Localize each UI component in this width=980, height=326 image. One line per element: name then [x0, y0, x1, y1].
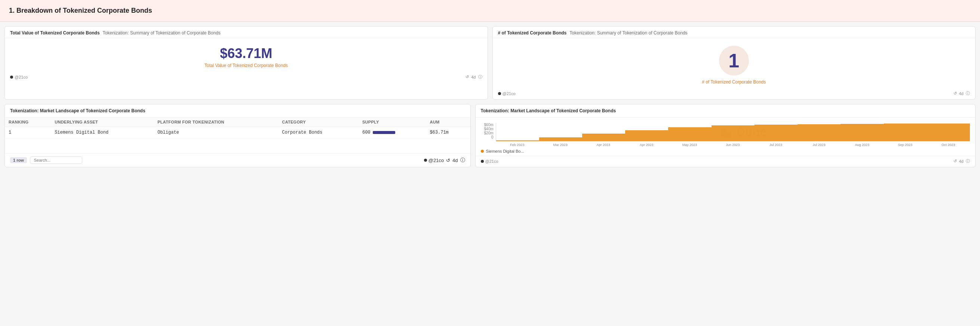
col-category: category: [278, 118, 359, 127]
x-label-6: Jul 2023: [754, 143, 797, 147]
table-footer: 1 row @21co ↺ 4d ⓘ: [5, 153, 470, 167]
count-refresh-icon[interactable]: ↺: [953, 91, 957, 96]
chart-info-icon[interactable]: ⓘ: [966, 158, 970, 164]
y-axis: $60m $40m $20m 0: [481, 123, 496, 147]
count-metric: 1: [729, 50, 739, 72]
col-ranking: Ranking: [5, 118, 51, 127]
chart-footer: @21co ↺ 4d ⓘ: [476, 156, 975, 167]
chart-footer-right: ↺ 4d ⓘ: [953, 158, 970, 164]
x-axis: Feb 2023Mar 2023Apr 2023Apr 2023May 2023…: [496, 143, 970, 147]
bar-col-6: [754, 123, 797, 141]
cell-ranking: 1: [5, 127, 51, 139]
y-label-0: 0: [481, 135, 493, 139]
count-card-title-normal: Tokenization: Summary of Tokenization of…: [570, 30, 687, 35]
chart-card: Tokenization: Market Landscape of Tokeni…: [475, 104, 975, 167]
cell-supply: 600: [359, 127, 426, 139]
cell-underlying-asset: Siemens Digital Bond: [51, 127, 154, 139]
y-label-60: $60m: [481, 123, 493, 127]
search-input[interactable]: [30, 157, 82, 164]
bar-fill-2: [582, 134, 625, 141]
col-underlying-asset: Underlying Asset: [51, 118, 154, 127]
count-metric-label: # of Tokenized Corporate Bonds: [702, 79, 766, 85]
top-cards-row: Total Value of Tokenized Corporate Bonds…: [0, 22, 980, 99]
count-card: # of Tokenized Corporate Bonds Tokenizat…: [492, 26, 976, 99]
table-head: Ranking Underlying Asset Platform for To…: [5, 118, 470, 127]
bar-fill-10: [927, 123, 970, 141]
bar-col-4: [668, 123, 711, 141]
x-label-0: Feb 2023: [496, 143, 539, 147]
chart-inner: Dune Feb 2023Mar 2023Apr 2023Apr 2023May…: [496, 123, 970, 147]
table-card: Tokenization: Market Landscape of Tokeni…: [5, 104, 471, 167]
count-source-dot: [498, 92, 501, 95]
cell-category: Corporate Bonds: [278, 127, 359, 139]
cell-platform: Obligate: [154, 127, 278, 139]
bar-col-7: [797, 123, 840, 141]
count-age: 4d: [959, 91, 964, 96]
chart-source-label: @21co: [485, 159, 498, 163]
bar-col-0: [496, 123, 539, 141]
table-age: 4d: [452, 158, 458, 163]
bar-col-9: [884, 123, 927, 141]
count-footer-right: ↺ 4d ⓘ: [953, 91, 970, 96]
source-dot: [10, 76, 13, 78]
chart-area: $60m $40m $20m 0 Dune: [476, 118, 975, 147]
col-platform: Platform for Tokenization: [154, 118, 278, 127]
col-aum: AUM: [426, 118, 470, 127]
count-info-icon[interactable]: ⓘ: [966, 91, 970, 96]
row-count: 1 row: [10, 157, 27, 163]
table-refresh-icon[interactable]: ↺: [446, 158, 450, 163]
table-card-header: Tokenization: Market Landscape of Tokeni…: [5, 104, 470, 118]
bar-fill-9: [884, 123, 927, 141]
chart-source: @21co: [481, 159, 498, 163]
x-label-3: Apr 2023: [625, 143, 668, 147]
bar-fill-5: [711, 125, 754, 141]
bar-col-3: [625, 123, 668, 141]
total-value-age: 4d: [471, 75, 476, 79]
total-value-card-title-normal: Tokenization: Summary of Tokenization of…: [103, 30, 221, 35]
bar-fill-1: [539, 137, 582, 141]
total-value-footer-right: ↺ 4d ⓘ: [466, 74, 482, 80]
table-header-row: Ranking Underlying Asset Platform for To…: [5, 118, 470, 127]
bar-col-5: [711, 123, 754, 141]
bar-fill-3: [625, 130, 668, 141]
count-card-header: # of Tokenized Corporate Bonds Tokenizat…: [493, 27, 975, 38]
chart-refresh-icon[interactable]: ↺: [953, 159, 957, 163]
bar-col-1: [539, 123, 582, 141]
total-value-metric: $63.71M: [220, 46, 272, 61]
total-value-source: @21co: [10, 75, 28, 79]
table-row: 1 Siemens Digital Bond Obligate Corporat…: [5, 127, 470, 139]
info-icon[interactable]: ⓘ: [478, 74, 482, 80]
col-supply: Supply: [359, 118, 426, 127]
y-label-20: $20m: [481, 131, 493, 135]
x-label-4: May 2023: [668, 143, 711, 147]
count-source-label: @21co: [503, 91, 515, 96]
count-card-title-bold: # of Tokenized Corporate Bonds: [498, 30, 567, 35]
table-source-label: @21co: [428, 158, 444, 163]
chart-source-dot: [481, 160, 484, 163]
supply-bar: [373, 131, 395, 134]
count-card-body: 1 # of Tokenized Corporate Bonds: [493, 38, 975, 88]
legend-label: Siemens Digital Bo...: [486, 149, 524, 153]
refresh-icon[interactable]: ↺: [466, 75, 469, 79]
count-card-footer: @21co ↺ 4d ⓘ: [493, 88, 975, 99]
table-info-icon[interactable]: ⓘ: [460, 157, 465, 163]
market-landscape-table: Ranking Underlying Asset Platform for To…: [5, 118, 470, 139]
bar-col-8: [840, 123, 883, 141]
total-value-card-body: $63.71M Total Value of Tokenized Corpora…: [5, 38, 488, 72]
x-label-5: Jun 2023: [711, 143, 754, 147]
page-title: 1. Breakdown of Tokenized Corporate Bond…: [9, 7, 971, 14]
legend-dot: [481, 150, 484, 153]
bar-fill-8: [840, 124, 883, 141]
total-value-card-header: Total Value of Tokenized Corporate Bonds…: [5, 27, 488, 38]
chart-age: 4d: [959, 159, 964, 163]
chart-container: $60m $40m $20m 0 Dune: [481, 123, 970, 147]
table-footer-right: @21co ↺ 4d ⓘ: [424, 157, 465, 163]
bar-fill-7: [797, 124, 840, 141]
x-label-2: Apr 2023: [582, 143, 625, 147]
page-header: 1. Breakdown of Tokenized Corporate Bond…: [0, 0, 980, 22]
bar-col-2: [582, 123, 625, 141]
cell-aum: $63.71m: [426, 127, 470, 139]
total-value-label: Total Value of Tokenized Corporate Bonds: [205, 63, 288, 68]
total-value-card: Total Value of Tokenized Corporate Bonds…: [5, 26, 488, 99]
table-source-dot: [424, 159, 427, 162]
